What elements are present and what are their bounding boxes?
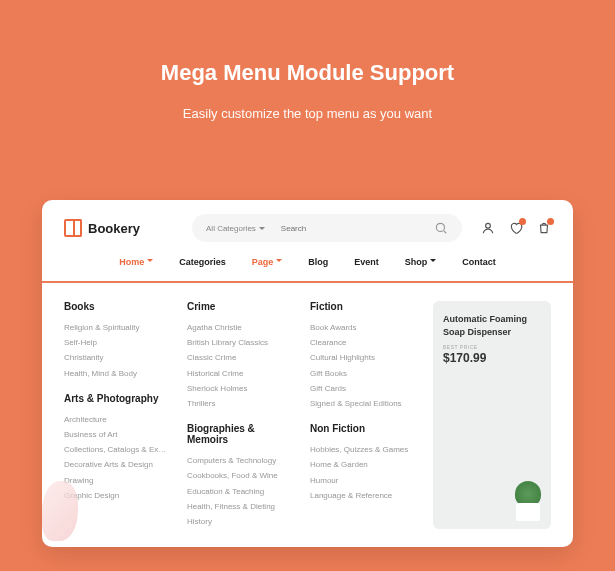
mega-link[interactable]: History — [187, 514, 292, 529]
mega-link[interactable]: Cultural Highlights — [310, 350, 415, 365]
nav-home[interactable]: Home — [119, 256, 153, 267]
nav-contact[interactable]: Contact — [462, 256, 496, 267]
nav-label: Categories — [179, 257, 226, 267]
mega-link[interactable]: Cookbooks, Food & Wine — [187, 468, 292, 483]
cart-badge — [547, 218, 554, 225]
decorative-blob — [42, 481, 78, 541]
nav-label: Blog — [308, 257, 328, 267]
mega-link[interactable]: Clearance — [310, 335, 415, 350]
mega-heading: Fiction — [310, 301, 415, 312]
mega-link[interactable]: Language & Reference — [310, 488, 415, 503]
mega-col-1: Books Religion & Spirituality Self-Help … — [64, 301, 169, 529]
mega-link[interactable]: Historical Crime — [187, 366, 292, 381]
mega-link[interactable]: Hobbies, Quizzes & Games — [310, 442, 415, 457]
user-icon[interactable] — [481, 221, 495, 235]
promo-title: Automatic Foaming Soap Dispenser — [443, 313, 541, 338]
mega-link[interactable]: Book Awards — [310, 320, 415, 335]
cart-icon[interactable] — [537, 221, 551, 235]
page-subtitle: Easily customize the top menu as you wan… — [0, 106, 615, 121]
svg-point-1 — [486, 223, 491, 228]
menu-preview-card: Bookery All Categories Home Categories P… — [42, 200, 573, 547]
mega-link[interactable]: Religion & Spirituality — [64, 320, 169, 335]
nav-categories[interactable]: Categories — [179, 256, 226, 267]
mega-link[interactable]: Education & Teaching — [187, 484, 292, 499]
promo-card[interactable]: Automatic Foaming Soap Dispenser BEST PR… — [433, 301, 551, 529]
chevron-down-icon — [276, 256, 282, 267]
mega-link[interactable]: Computers & Technology — [187, 453, 292, 468]
mega-link[interactable]: Health, Fitness & Dieting — [187, 499, 292, 514]
mega-link[interactable]: Decorative Arts & Design — [64, 457, 169, 472]
mega-link[interactable]: Graphic Design — [64, 488, 169, 503]
mega-link[interactable]: Signed & Special Editions — [310, 396, 415, 411]
plant-image — [513, 477, 543, 521]
logo-text: Bookery — [88, 221, 140, 236]
mega-link[interactable]: Gift Cards — [310, 381, 415, 396]
mega-list: Religion & Spirituality Self-Help Christ… — [64, 320, 169, 381]
mega-link[interactable]: Humour — [310, 473, 415, 488]
nav-shop[interactable]: Shop — [405, 256, 437, 267]
page-title: Mega Menu Module Support — [0, 60, 615, 86]
mega-link[interactable]: Self-Help — [64, 335, 169, 350]
mega-link[interactable]: Thrillers — [187, 396, 292, 411]
nav-label: Contact — [462, 257, 496, 267]
mega-list: Book Awards Clearance Cultural Highlight… — [310, 320, 415, 411]
wishlist-badge — [519, 218, 526, 225]
mega-list: Architecture Business of Art Collections… — [64, 412, 169, 503]
header-actions — [481, 221, 551, 235]
mega-link[interactable]: Gift Books — [310, 366, 415, 381]
mega-link[interactable]: Architecture — [64, 412, 169, 427]
mega-heading: Non Fiction — [310, 423, 415, 434]
mega-link[interactable]: Collections, Catalogs & Exhibitions — [64, 442, 169, 457]
mega-link[interactable]: Agatha Christie — [187, 320, 292, 335]
chevron-down-icon — [147, 256, 153, 267]
nav-label: Event — [354, 257, 379, 267]
mega-heading: Arts & Photography — [64, 393, 169, 404]
mega-heading: Biographies & Memoirs — [187, 423, 292, 445]
nav-label: Page — [252, 257, 274, 267]
mega-list: Agatha Christie British Library Classics… — [187, 320, 292, 411]
chevron-down-icon — [430, 256, 436, 267]
topbar: Bookery All Categories — [42, 200, 573, 256]
logo[interactable]: Bookery — [64, 219, 140, 237]
promo-price: $170.99 — [443, 351, 541, 365]
book-icon — [64, 219, 82, 237]
mega-link[interactable]: Christianity — [64, 350, 169, 365]
mega-link[interactable]: Classic Crime — [187, 350, 292, 365]
search-bar[interactable]: All Categories — [192, 214, 462, 242]
promo-label: BEST PRICE — [443, 344, 541, 350]
svg-point-0 — [436, 223, 444, 231]
main-nav: Home Categories Page Blog Event Shop Con… — [42, 256, 573, 283]
mega-link[interactable]: Drawing — [64, 473, 169, 488]
mega-col-2: Crime Agatha Christie British Library Cl… — [187, 301, 292, 529]
search-icon[interactable] — [434, 221, 448, 235]
wishlist-icon[interactable] — [509, 221, 523, 235]
mega-list: Computers & Technology Cookbooks, Food &… — [187, 453, 292, 529]
mega-heading: Crime — [187, 301, 292, 312]
mega-link[interactable]: Sherlock Holmes — [187, 381, 292, 396]
mega-menu: Books Religion & Spirituality Self-Help … — [42, 283, 573, 547]
nav-label: Home — [119, 257, 144, 267]
mega-link[interactable]: British Library Classics — [187, 335, 292, 350]
mega-col-3: Fiction Book Awards Clearance Cultural H… — [310, 301, 415, 529]
search-input[interactable] — [281, 224, 434, 233]
nav-label: Shop — [405, 257, 428, 267]
mega-link[interactable]: Health, Mind & Body — [64, 366, 169, 381]
nav-event[interactable]: Event — [354, 256, 379, 267]
mega-link[interactable]: Home & Garden — [310, 457, 415, 472]
mega-heading: Books — [64, 301, 169, 312]
mega-link[interactable]: Business of Art — [64, 427, 169, 442]
nav-blog[interactable]: Blog — [308, 256, 328, 267]
category-dropdown[interactable]: All Categories — [206, 224, 273, 233]
nav-page[interactable]: Page — [252, 256, 283, 267]
mega-list: Hobbies, Quizzes & Games Home & Garden H… — [310, 442, 415, 503]
